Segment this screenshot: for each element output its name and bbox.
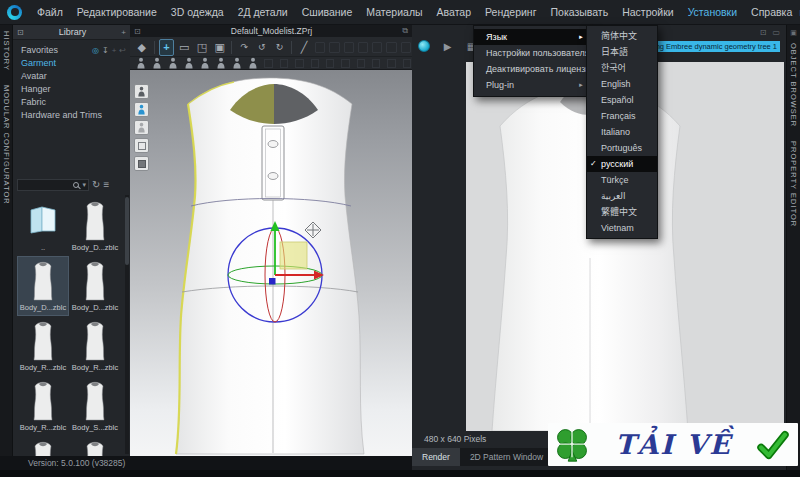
avatar-tool-icon[interactable] [184,57,195,69]
tool-disabled [386,42,396,53]
menu-materials[interactable]: Материалы [359,6,429,18]
garment-thumbnail [18,317,68,363]
fabric-dark-icon[interactable] [134,156,149,171]
menu-avatar[interactable]: Аватар [430,6,478,18]
tab-object-browser[interactable]: OBJECT BROWSER [789,43,798,127]
avatar-tool-icon[interactable] [247,57,258,69]
avatar-tool-icon[interactable] [216,57,227,69]
menu-display[interactable]: Показывать [544,6,616,18]
panel-icon[interactable]: ▭ [772,28,780,37]
3d-viewport[interactable] [130,70,412,456]
video-capture-icon[interactable]: ▶ [439,38,456,54]
avatar-tool-icon[interactable] [200,57,211,69]
lang-ar[interactable]: العربية [587,188,657,204]
menu-sewing[interactable]: Сшивание [295,6,360,18]
menu-help[interactable]: Справка [744,6,799,18]
pen-tool-icon[interactable]: ╱ [296,39,312,56]
tab-render[interactable]: Render [412,448,460,466]
tool-disabled [264,59,272,68]
tab-2d-pattern-window[interactable]: 2D Pattern Window [460,448,553,466]
lang-zh-cn[interactable]: 简体中文 [587,28,657,44]
menu-render[interactable]: Рендеринг [478,6,543,18]
lang-ko[interactable]: 한국어 [587,60,657,76]
library-item[interactable]: Body_R...zblc [18,317,68,375]
avatar-show-icon[interactable] [134,84,149,99]
favorites-pin-icon[interactable]: ◎ [92,47,99,55]
menu-item-plugin[interactable]: Plug-in ► [474,77,590,93]
library-search-row: ▾ ↻ ≡ [13,176,130,193]
menu-item-user-settings[interactable]: Настройки пользователя [474,45,590,61]
search-input[interactable]: ▾ [17,179,89,191]
render-start-icon[interactable] [415,38,432,54]
category-hanger[interactable]: Hanger [13,83,130,96]
panel-layout-icon[interactable]: ⧉ [398,26,412,36]
gem-tool-icon[interactable]: ◆ [134,39,150,56]
library-item[interactable]: Body_R...zblc [18,377,68,435]
lang-vi[interactable]: Vietnam [587,220,657,236]
download-badge[interactable]: TẢI VỀ [548,423,798,466]
3d-garment-view[interactable] [130,70,412,456]
transform-tool-icon[interactable]: ◳ [194,39,210,56]
library-item[interactable]: Body_D...zblc [70,197,120,255]
menu-3d-garment[interactable]: 3D одежда [164,6,231,18]
tool-disabled [329,42,339,53]
menu-2d-patterns[interactable]: 2Д детали [231,6,295,18]
menu-settings[interactable]: Установки [681,6,744,18]
library-item-selected[interactable]: Body_D...zblc [18,257,68,315]
lang-zh-tw[interactable]: 繁體中文 [587,204,657,220]
fabric-show-icon[interactable] [134,138,149,153]
lang-it[interactable]: Italiano [587,124,657,140]
category-garment[interactable]: Garment [13,57,130,70]
tab-modular-configurator[interactable]: MODULAR CONFIGURATOR [2,85,11,205]
refresh-icon[interactable]: ↻ [92,180,100,190]
popout-icon[interactable]: ⊡ [13,28,28,37]
category-favorites[interactable]: Favorites ◎ ↧ + ↩ [13,44,130,57]
popout-icon[interactable]: ⊡ [130,27,145,36]
document-tab[interactable]: Default_Modelist.ZPrj [145,26,399,36]
library-item[interactable]: Body_S...zblc [70,377,120,435]
import-icon[interactable]: ↧ [102,47,109,55]
lang-tr[interactable]: Türkçe [587,172,657,188]
avatar-tool-icon[interactable] [152,57,163,69]
library-item-folder-up[interactable]: .. [18,197,68,255]
tab-history[interactable]: HISTORY [2,31,11,71]
add-library-icon[interactable]: + [117,28,130,37]
menu-edit[interactable]: Редактирование [70,6,164,18]
library-item[interactable]: Body_R...zblc [70,317,120,375]
pattern-tool-icon[interactable]: ▣ [212,39,228,56]
library-item[interactable]: Body_D...zblc [70,257,120,315]
menu-preferences[interactable]: Настройки [615,6,681,18]
library-item[interactable] [18,437,68,456]
library-item[interactable] [70,437,120,456]
library-scrollbar[interactable] [125,195,129,454]
lang-pt[interactable]: Português [587,140,657,156]
avatar-dim-icon[interactable] [134,120,149,135]
back-icon[interactable]: ↩ [119,47,126,55]
avatar-tool-icon[interactable] [232,57,243,69]
popout-icon[interactable]: ⊡ [760,28,767,37]
arrange-tool-icon[interactable]: ↷ [236,39,252,56]
tab-property-editor[interactable]: PROPERTY EDITOR [789,141,798,227]
move-tool-icon[interactable]: + [159,39,175,56]
rotate-right-tool-icon[interactable]: ↻ [272,39,288,56]
avatar-tool-icon[interactable] [168,57,179,69]
category-fabric[interactable]: Fabric [13,96,130,109]
lang-fr[interactable]: Français [587,108,657,124]
menu-item-deactivate-license[interactable]: Деактивировать лицензию [474,61,590,77]
menu-file[interactable]: Файл [30,6,70,18]
chevron-down-icon[interactable]: ▾ [82,181,86,188]
lang-es[interactable]: Español [587,92,657,108]
lang-ru-selected[interactable]: ✓ русский [587,156,657,172]
category-avatar[interactable]: Avatar [13,70,130,83]
avatar-tool-icon[interactable] [136,57,147,69]
avatar-mode-icon[interactable] [134,102,149,117]
category-hardware-trims[interactable]: Hardware and Trims [13,109,130,122]
add-folder-icon[interactable]: + [112,47,117,55]
list-view-icon[interactable]: ≡ [103,180,109,190]
menu-item-language[interactable]: Язык ► [474,29,590,45]
marquee-tool-icon[interactable]: ▭ [176,39,192,56]
rotate-left-tool-icon[interactable]: ↺ [254,39,270,56]
lang-ja[interactable]: 日本語 [587,44,657,60]
app-logo-icon[interactable] [7,5,22,20]
lang-en[interactable]: English [587,76,657,92]
